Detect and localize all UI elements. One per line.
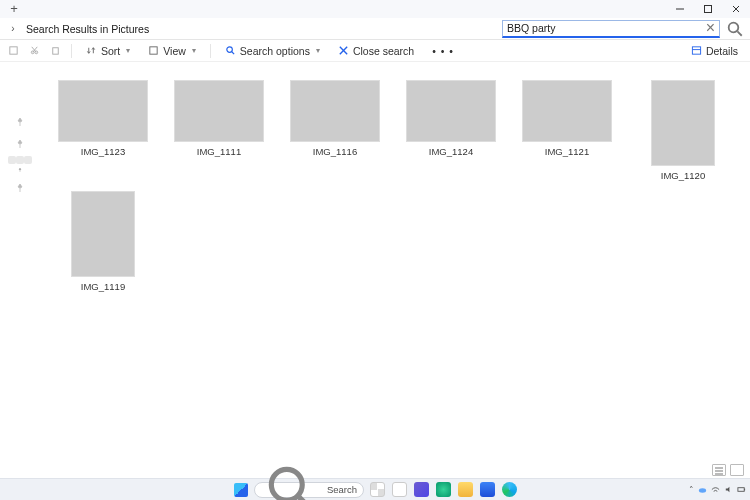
new-tab-button[interactable]: + — [6, 1, 22, 17]
new-item-icon[interactable] — [8, 45, 19, 56]
chevron-down-icon: ▾ — [316, 46, 320, 55]
toolbar: Sort▾ View▾ Search options▾ Close search… — [0, 40, 750, 62]
svg-rect-6 — [10, 47, 17, 54]
thumbnail-caption: IMG_1120 — [661, 170, 705, 181]
nav-pane-collapsed — [0, 62, 40, 500]
thumbnail-item[interactable]: IMG_1121 — [514, 80, 620, 181]
pin-icon[interactable] — [16, 134, 24, 142]
svg-rect-23 — [744, 489, 745, 491]
onedrive-icon[interactable] — [698, 485, 707, 494]
close-search-icon — [338, 45, 349, 56]
thumbnail-item[interactable]: IMG_1116 — [282, 80, 388, 181]
view-label: View — [163, 45, 186, 57]
taskbar-app-icon[interactable] — [412, 481, 430, 499]
system-tray[interactable]: ˄ — [689, 485, 746, 495]
svg-rect-1 — [705, 6, 712, 13]
svg-line-14 — [232, 52, 234, 54]
thumbnail-caption: IMG_1124 — [429, 146, 473, 157]
volume-icon[interactable] — [724, 485, 733, 494]
breadcrumb[interactable]: Search Results in Pictures — [26, 23, 149, 35]
thumbnail-caption: IMG_1116 — [313, 146, 357, 157]
thumbnail-image — [522, 80, 612, 142]
tiles-view-icon[interactable] — [730, 464, 744, 476]
svg-point-13 — [227, 47, 233, 53]
svg-rect-11 — [53, 48, 59, 54]
content-area: IMG_1123IMG_1111IMG_1116IMG_1124IMG_1121… — [0, 62, 750, 500]
thumbnail-image — [651, 80, 715, 166]
taskbar: Search ˄ — [0, 478, 750, 500]
svg-line-5 — [737, 31, 741, 35]
view-mode-icons — [712, 464, 744, 476]
file-explorer-icon[interactable] — [456, 481, 474, 499]
wifi-icon[interactable] — [711, 485, 720, 494]
chevron-down-icon: ▾ — [192, 46, 196, 55]
svg-point-19 — [271, 469, 302, 500]
taskbar-app-icon[interactable] — [478, 481, 496, 499]
svg-rect-22 — [738, 488, 744, 492]
thumbnail-image — [406, 80, 496, 142]
search-icon — [261, 459, 323, 500]
thumbnail-item[interactable]: IMG_1120 — [630, 80, 736, 181]
thumbnail-item[interactable]: IMG_1123 — [50, 80, 156, 181]
pin-icon[interactable] — [16, 178, 24, 186]
search-box[interactable]: × — [502, 20, 720, 38]
thumbnail-image — [58, 80, 148, 142]
start-button[interactable] — [232, 481, 250, 499]
pin-icon[interactable] — [16, 156, 24, 164]
search-icon[interactable] — [726, 20, 744, 38]
address-bar: › Search Results in Pictures × — [0, 18, 750, 40]
thumbnail-image — [71, 191, 135, 277]
list-view-icon[interactable] — [712, 464, 726, 476]
search-input[interactable] — [507, 22, 702, 34]
view-icon — [148, 45, 159, 56]
search-options-button[interactable]: Search options▾ — [221, 43, 324, 59]
close-search-label: Close search — [353, 45, 414, 57]
close-button[interactable] — [722, 0, 750, 18]
thumbnail-item[interactable]: IMG_1111 — [166, 80, 272, 181]
thumbnail-grid: IMG_1123IMG_1111IMG_1116IMG_1124IMG_1121… — [40, 62, 750, 500]
copy-icon[interactable] — [50, 45, 61, 56]
pin-icon[interactable] — [16, 112, 24, 120]
maximize-button[interactable] — [694, 0, 722, 18]
cut-icon[interactable] — [29, 45, 40, 56]
view-button[interactable]: View▾ — [144, 43, 200, 59]
tab-bar: + — [0, 0, 750, 18]
search-options-icon — [225, 45, 236, 56]
edge-icon[interactable] — [500, 481, 518, 499]
task-view-icon[interactable] — [368, 481, 386, 499]
svg-rect-17 — [692, 47, 700, 54]
taskbar-app-icon[interactable] — [434, 481, 452, 499]
taskbar-app-icon[interactable] — [390, 481, 408, 499]
chevron-down-icon: ▾ — [126, 46, 130, 55]
thumbnail-image — [174, 80, 264, 142]
details-button[interactable]: Details — [687, 43, 742, 59]
close-search-button[interactable]: Close search — [334, 43, 418, 59]
svg-point-21 — [699, 488, 706, 493]
minimize-button[interactable] — [666, 0, 694, 18]
taskbar-search-placeholder: Search — [327, 484, 357, 495]
more-button[interactable]: • • • — [428, 43, 458, 59]
thumbnail-caption: IMG_1111 — [197, 146, 241, 157]
thumbnail-caption: IMG_1121 — [545, 146, 589, 157]
sort-icon — [86, 45, 97, 56]
battery-icon[interactable] — [737, 485, 746, 494]
details-label: Details — [706, 45, 738, 57]
thumbnail-item[interactable]: IMG_1119 — [50, 191, 156, 292]
thumbnail-image — [290, 80, 380, 142]
svg-point-4 — [729, 22, 739, 32]
search-options-label: Search options — [240, 45, 310, 57]
thumbnail-caption: IMG_1123 — [81, 146, 125, 157]
sort-button[interactable]: Sort▾ — [82, 43, 134, 59]
thumbnail-caption: IMG_1119 — [81, 281, 125, 292]
svg-rect-12 — [150, 47, 157, 54]
clear-search-icon[interactable]: × — [706, 19, 715, 37]
details-icon — [691, 45, 702, 56]
sort-label: Sort — [101, 45, 120, 57]
thumbnail-item[interactable]: IMG_1124 — [398, 80, 504, 181]
tray-chevron-icon[interactable]: ˄ — [689, 485, 694, 495]
taskbar-search[interactable]: Search — [254, 482, 364, 498]
forward-chevron-icon[interactable]: › — [6, 23, 20, 34]
file-explorer-window: + › Search Results in Pictures × Sort▾ — [0, 0, 750, 500]
window-controls — [666, 0, 750, 18]
